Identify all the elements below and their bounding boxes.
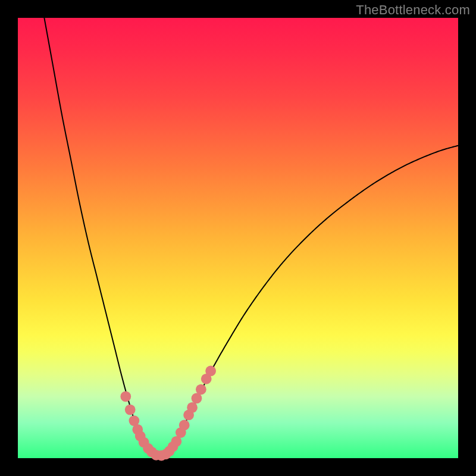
bottleneck-curve (44, 18, 458, 456)
watermark-text: TheBottleneck.com (356, 2, 470, 18)
line-layer (44, 18, 458, 456)
chart-frame: TheBottleneck.com (0, 0, 476, 476)
data-marker (120, 392, 131, 402)
data-marker (125, 405, 136, 415)
chart-svg (18, 18, 458, 458)
data-marker (179, 420, 190, 431)
data-marker (187, 402, 198, 413)
marker-layer (120, 366, 216, 461)
data-marker (205, 366, 216, 377)
data-marker (196, 384, 206, 395)
plot-area (18, 18, 458, 458)
